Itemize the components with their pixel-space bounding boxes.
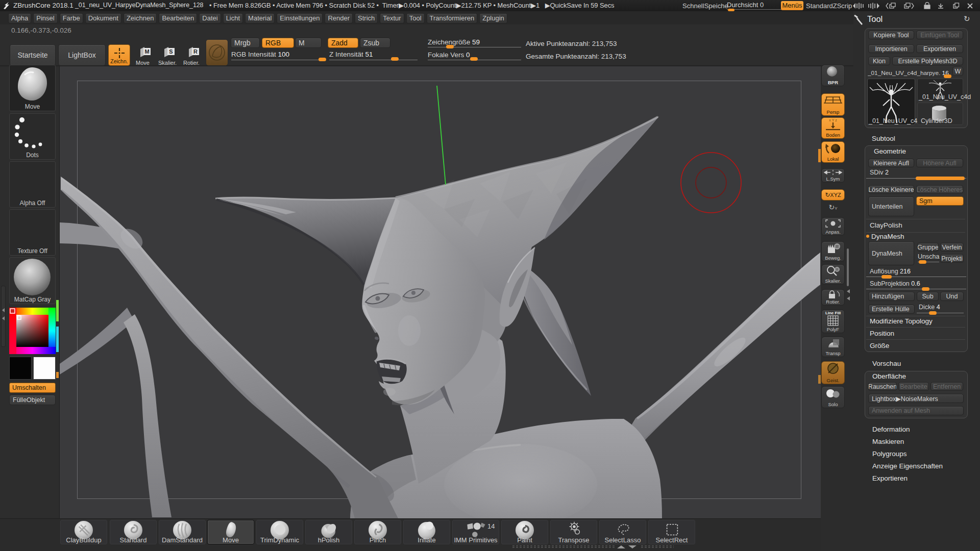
svg-text:M: M	[144, 48, 149, 55]
svg-text:R: R	[193, 48, 198, 55]
svg-text:S: S	[169, 48, 173, 55]
